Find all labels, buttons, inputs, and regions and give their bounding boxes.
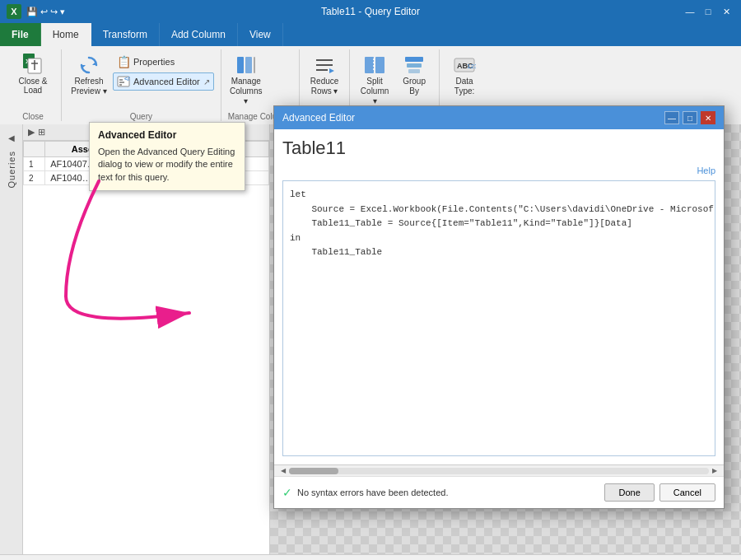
close-group-items: X Close &Load bbox=[12, 49, 54, 110]
split-column-button[interactable]: SplitColumn ▾ bbox=[357, 51, 393, 109]
close-group-label: Close bbox=[12, 112, 54, 121]
adv-query-name: Table11 bbox=[282, 138, 715, 159]
adv-help-link[interactable]: Help bbox=[697, 166, 715, 175]
excel-icon: X bbox=[7, 4, 21, 19]
expand-icon[interactable]: ▶ bbox=[28, 127, 35, 138]
scrollbar-track bbox=[289, 468, 709, 474]
advanced-editor-dialog: Advanced Editor — □ ✕ Table11 Help let S… bbox=[273, 105, 725, 509]
svg-rect-19 bbox=[365, 57, 374, 73]
refresh-preview-button[interactable]: RefreshPreview ▾ bbox=[68, 51, 110, 99]
sidebar-toggle[interactable]: ◀ bbox=[3, 129, 20, 146]
svg-rect-12 bbox=[237, 57, 244, 73]
reduce-rows-icon bbox=[313, 54, 336, 77]
filter-icon: ⊞ bbox=[38, 127, 45, 138]
advanced-editor-button[interactable]: </> Advanced Editor ↗ bbox=[113, 72, 214, 91]
svg-rect-24 bbox=[408, 69, 420, 73]
queries-label: Queries bbox=[7, 146, 16, 194]
adv-close-button[interactable]: ✕ bbox=[701, 111, 715, 124]
split-column-label: SplitColumn ▾ bbox=[359, 77, 390, 106]
svg-text:123: 123 bbox=[467, 63, 476, 70]
query-table: AssetID Samples 1 AF10407… Samples PBI15… bbox=[23, 141, 269, 554]
tooltip-title: Advanced Editor bbox=[98, 129, 236, 141]
refresh-preview-label: RefreshPreview ▾ bbox=[71, 77, 106, 96]
advanced-editor-label: Advanced Editor bbox=[133, 77, 200, 86]
group-by-label: GroupBy bbox=[403, 77, 426, 96]
tab-transform[interactable]: Transform bbox=[91, 23, 160, 46]
col-num-header bbox=[24, 142, 45, 157]
adv-minimize-button[interactable]: — bbox=[664, 111, 679, 124]
advanced-editor-icon: </> bbox=[117, 75, 130, 88]
adv-editor-controls: — □ ✕ bbox=[664, 111, 715, 124]
maximize-button[interactable]: □ bbox=[700, 4, 716, 19]
adv-scrollbar[interactable]: ◀ ▶ bbox=[274, 464, 724, 476]
title-bar-left: X 💾 ↩ ↪ ▾ bbox=[7, 4, 65, 19]
svg-rect-14 bbox=[254, 57, 255, 73]
title-bar: X 💾 ↩ ↪ ▾ Table11 - Query Editor — □ ✕ bbox=[0, 0, 741, 23]
refresh-icon bbox=[77, 54, 100, 77]
window-title: Table11 - Query Editor bbox=[321, 6, 420, 17]
svg-rect-13 bbox=[245, 57, 252, 73]
ribbon-group-close: X Close &Load Close bbox=[5, 49, 62, 121]
data-type-icon: ABC 123 bbox=[453, 54, 476, 77]
reduce-rows-button[interactable]: ReduceRows ▾ bbox=[306, 51, 343, 99]
reduce-rows-items: ReduceRows ▾ bbox=[306, 49, 343, 110]
group-by-button[interactable]: GroupBy bbox=[396, 51, 432, 99]
adv-status-text: No syntax errors have been detected. bbox=[297, 488, 448, 497]
properties-button[interactable]: 📋 Properties bbox=[113, 53, 214, 71]
scroll-left-arrow[interactable]: ◀ bbox=[277, 467, 289, 474]
data-type-label: DataType: bbox=[454, 77, 474, 96]
query-group-label: Query bbox=[68, 112, 214, 121]
cancel-button[interactable]: Cancel bbox=[659, 483, 715, 502]
reduce-rows-label: ReduceRows ▾ bbox=[310, 77, 338, 96]
quick-access-icons: 💾 ↩ ↪ ▾ bbox=[26, 7, 65, 17]
properties-icon: 📋 bbox=[117, 55, 130, 68]
svg-rect-23 bbox=[407, 63, 422, 68]
tab-file[interactable]: File bbox=[0, 23, 41, 46]
scroll-right-arrow[interactable]: ▶ bbox=[709, 467, 720, 474]
query-small-buttons: 📋 Properties </> Advanced Editor bbox=[113, 53, 214, 91]
title-bar-controls: — □ ✕ bbox=[682, 4, 734, 19]
tab-add-column[interactable]: Add Column bbox=[160, 23, 238, 46]
svg-text:</>: </> bbox=[124, 76, 130, 82]
tooltip: Advanced Editor Open the Advanced Query … bbox=[89, 122, 245, 191]
close-load-button[interactable]: X Close &Load bbox=[12, 51, 54, 94]
adv-status: ✓ No syntax errors have been detected. bbox=[282, 486, 448, 499]
status-check-icon: ✓ bbox=[282, 486, 292, 499]
adv-help-row: Help bbox=[282, 166, 715, 180]
tooltip-body: Open the Advanced Query Editing dialog t… bbox=[98, 146, 236, 184]
adv-editor-actions: Done Cancel bbox=[604, 483, 715, 502]
adv-editor-titlebar: Advanced Editor — □ ✕ bbox=[274, 106, 724, 129]
adv-editor-footer: ✓ No syntax errors have been detected. D… bbox=[274, 476, 724, 508]
queries-sidebar: ◀ Queries bbox=[0, 124, 23, 554]
svg-rect-20 bbox=[375, 57, 384, 73]
query-group-items: RefreshPreview ▾ 📋 Properties </ bbox=[68, 49, 214, 110]
manage-columns-icon bbox=[235, 54, 258, 77]
minimize-button[interactable]: — bbox=[682, 4, 698, 19]
manage-columns-button[interactable]: ManageColumns ▾ bbox=[228, 51, 264, 109]
tab-view[interactable]: View bbox=[238, 23, 283, 46]
done-button[interactable]: Done bbox=[604, 483, 654, 502]
row-2-num: 2 bbox=[24, 171, 45, 185]
close-load-icon: X bbox=[20, 50, 46, 77]
cursor-indicator: ↗ bbox=[203, 77, 210, 86]
adv-code-editor[interactable]: let Source = Excel.Workbook(File.Content… bbox=[282, 180, 715, 456]
manage-columns-label: ManageColumns ▾ bbox=[230, 77, 262, 106]
data-type-button[interactable]: ABC 123 DataType: bbox=[446, 51, 482, 99]
scrollbar-thumb bbox=[289, 468, 338, 474]
adv-editor-dialog-title: Advanced Editor bbox=[282, 112, 355, 124]
status-bar bbox=[0, 554, 741, 560]
close-load-label: Close &Load bbox=[18, 77, 47, 95]
tab-home[interactable]: Home bbox=[41, 23, 91, 46]
svg-rect-22 bbox=[405, 57, 423, 62]
manage-cols-items: ManageColumns ▾ bbox=[228, 49, 292, 110]
adv-maximize-button[interactable]: □ bbox=[683, 111, 697, 124]
properties-label: Properties bbox=[133, 57, 175, 67]
row-1-num: 1 bbox=[24, 157, 45, 171]
ribbon-group-query: RefreshPreview ▾ 📋 Properties </ bbox=[62, 49, 221, 121]
ribbon-tabs: File Home Transform Add Column View bbox=[0, 23, 741, 46]
close-button[interactable]: ✕ bbox=[718, 4, 734, 19]
adv-editor-body: Table11 Help let Source = Excel.Workbook… bbox=[274, 129, 724, 464]
split-column-icon bbox=[363, 54, 386, 77]
group-by-icon bbox=[403, 54, 426, 77]
svg-marker-18 bbox=[329, 68, 334, 73]
